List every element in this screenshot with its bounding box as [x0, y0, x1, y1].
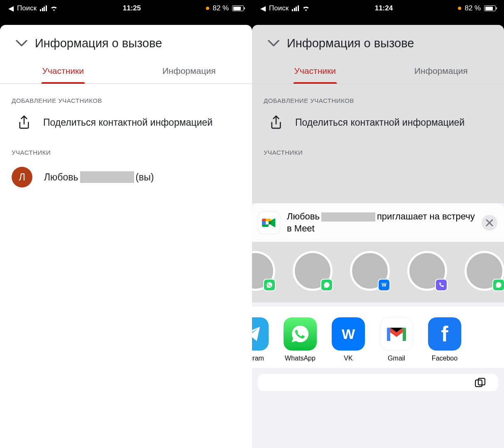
- tab-info[interactable]: Информация: [126, 58, 252, 83]
- tab-participants[interactable]: Участники: [252, 58, 378, 83]
- clock: 11:24: [375, 4, 393, 12]
- close-share-button[interactable]: [482, 215, 497, 231]
- copy-icon: [475, 378, 486, 387]
- vk-badge-icon: W: [378, 279, 390, 291]
- section-add-label: ДОБАВЛЕНИЕ УЧАСТНИКОВ: [252, 84, 504, 109]
- sheet-title: Информация о вызове: [287, 37, 414, 50]
- battery-icon: [484, 5, 496, 11]
- phone-right: ◀ Поиск 11:24 82 % Информация о вызове У…: [252, 0, 504, 448]
- signal-icon: [292, 5, 299, 11]
- sheet-title: Информация о вызове: [35, 37, 162, 50]
- share-app-facebook[interactable]: f Faceboo: [428, 317, 461, 362]
- facebook-icon: f: [428, 317, 461, 351]
- section-participants-label: УЧАСТНИКИ: [252, 136, 504, 161]
- wifi-icon: [302, 5, 310, 11]
- viber-badge-icon: [435, 279, 448, 291]
- battery-icon: [232, 5, 244, 11]
- status-bar: ◀ Поиск 11:25 82 %: [0, 0, 252, 17]
- back-app-label[interactable]: Поиск: [269, 4, 289, 12]
- collapse-chevron-icon[interactable]: [16, 38, 27, 49]
- collapse-chevron-icon[interactable]: [268, 38, 279, 49]
- tab-info[interactable]: Информация: [378, 58, 504, 83]
- redacted-name: [80, 171, 134, 183]
- share-contact-label: Поделиться контактной информацией: [295, 116, 465, 129]
- share-preview-text: Любовьприглашает на встречу в Meet: [287, 211, 475, 234]
- share-app-whatsapp[interactable]: WhatsApp: [284, 317, 317, 362]
- ios-share-sheet: Любовьприглашает на встречу в Meet W: [252, 203, 504, 448]
- location-dot-icon: [206, 7, 209, 10]
- section-add-label: ДОБАВЛЕНИЕ УЧАСТНИКОВ: [0, 84, 252, 109]
- whatsapp-icon: [284, 317, 317, 351]
- action-panel[interactable]: [258, 374, 498, 391]
- section-participants-label: УЧАСТНИКИ: [0, 136, 252, 161]
- back-chevron-icon[interactable]: ◀: [8, 4, 14, 13]
- location-dot-icon: [458, 7, 461, 10]
- sheet-header: Информация о вызове: [252, 25, 504, 58]
- apps-strip[interactable]: elegram WhatsApp W VK: [252, 307, 504, 368]
- participant-name: Любовь (вы): [44, 171, 154, 183]
- share-contact-label: Поделиться контактной информацией: [43, 116, 213, 129]
- battery-percent: 82 %: [465, 4, 481, 12]
- whatsapp-badge-icon: [492, 279, 504, 291]
- close-icon: [486, 219, 493, 226]
- telegram-icon: [252, 317, 269, 351]
- share-app-telegram[interactable]: elegram: [252, 317, 269, 362]
- whatsapp-badge-icon: [263, 279, 276, 291]
- google-meet-icon: [258, 212, 280, 234]
- whatsapp-badge-icon: [321, 279, 333, 291]
- avatar: Л: [12, 167, 32, 187]
- share-contact-3[interactable]: W: [350, 251, 390, 291]
- sheet-header: Информация о вызове: [0, 25, 252, 58]
- share-contact-2[interactable]: [293, 251, 333, 291]
- share-contact-button[interactable]: Поделиться контактной информацией: [252, 109, 504, 136]
- vk-icon: W: [332, 317, 365, 351]
- back-chevron-icon[interactable]: ◀: [260, 4, 266, 13]
- participant-row[interactable]: Л Любовь (вы): [0, 161, 252, 193]
- gmail-icon: [380, 317, 413, 351]
- phone-left: ◀ Поиск 11:25 82 % Информация о вызове У…: [0, 0, 252, 448]
- share-app-gmail[interactable]: Gmail: [380, 317, 413, 362]
- clock: 11:25: [123, 4, 141, 12]
- signal-icon: [40, 5, 47, 11]
- back-app-label[interactable]: Поиск: [17, 4, 37, 12]
- share-app-vk[interactable]: W VK: [332, 317, 365, 362]
- share-contact-4[interactable]: [407, 251, 447, 291]
- battery-percent: 82 %: [213, 4, 229, 12]
- share-contact-5[interactable]: [465, 251, 504, 291]
- tab-participants[interactable]: Участники: [0, 58, 126, 83]
- share-icon: [269, 115, 283, 130]
- share-contact-button[interactable]: Поделиться контактной информацией: [0, 109, 252, 136]
- contacts-strip[interactable]: W: [252, 242, 504, 302]
- wifi-icon: [50, 5, 58, 11]
- share-contact-1[interactable]: [252, 251, 275, 291]
- status-bar: ◀ Поиск 11:24 82 %: [252, 0, 504, 17]
- share-icon: [17, 115, 31, 130]
